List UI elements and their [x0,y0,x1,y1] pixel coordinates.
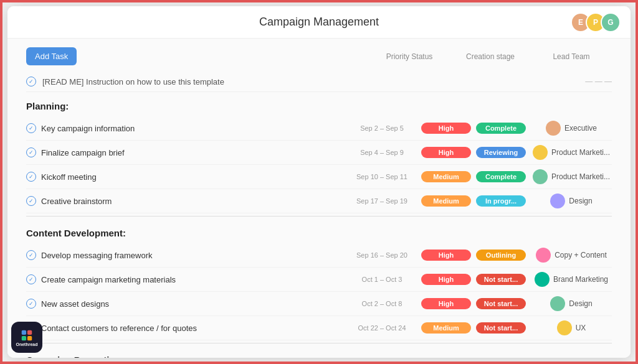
task-check[interactable] [26,196,36,206]
top-bar: Campaign Management E P G [7,6,631,39]
section-planning: Planning: Key campaign information Sep 2… [26,92,612,217]
task-name: Kickoff meeting [41,172,343,182]
main-content: Add Task Priority Status Creation stage … [7,39,631,358]
lead-team: Product Marketi... [531,169,612,184]
status-badge: Not start... [476,274,526,285]
task-name: Creative brainstorm [41,197,343,206]
read-me-row: [READ ME] Instruction on how to use this… [26,72,612,92]
task-row[interactable]: Key campaign information Sep 2 – Sep 5 H… [26,116,612,141]
sections-container: Planning: Key campaign information Sep 2… [26,92,612,358]
team-avatar [535,272,550,287]
section-divider [26,343,612,343]
section-divider [26,216,612,217]
team-avatar [533,169,548,184]
page-title: Campaign Management [259,16,379,29]
task-dates: Sep 2 – Sep 5 [348,124,416,132]
team-name: Copy + Content [555,251,607,259]
task-check[interactable] [26,299,36,309]
lead-team: UX [531,320,612,335]
team-name: Product Marketi... [551,172,610,181]
status-badge: Outlining [476,250,526,261]
status-badge: In progr... [476,195,526,207]
svg-rect-2 [22,335,26,340]
team-avatar [536,248,551,263]
task-dates: Sep 17 – Sep 19 [348,197,416,205]
team-avatar [550,194,565,208]
status-badge: Not start... [476,322,526,334]
lead-team: Executive [531,121,612,136]
priority-badge: High [421,298,471,309]
lead-team: Design [531,194,612,208]
priority-badge: High [421,274,471,285]
task-name: New asset designs [41,299,343,309]
team-avatar [557,320,572,335]
status-badge: Reviewing [476,147,526,158]
logo-label: Onethread [16,342,37,347]
toolbar: Add Task Priority Status Creation stage … [26,39,612,72]
task-name: Contact customers to reference / for quo… [41,324,343,333]
section-header: Campaign Promotion: [26,346,612,358]
task-check[interactable] [26,172,36,182]
task-row[interactable]: Create campaign marketing materials Oct … [26,268,612,292]
task-check[interactable] [26,250,36,260]
read-me-dashes: — — — [585,77,612,86]
read-me-text: [READ ME] Instruction on how to use this… [42,77,224,86]
priority-badge: Medium [421,195,471,207]
task-name: Key campaign information [41,124,343,133]
lead-team: Design [531,296,612,311]
task-row[interactable]: Creative brainstorm Sep 17 – Sep 19 Medi… [26,189,612,213]
task-row[interactable]: Contact customers to reference / for quo… [26,316,612,340]
task-dates: Sep 16 – Sep 20 [348,251,416,259]
app-window: Campaign Management E P G Add Task Prior… [7,6,631,358]
logo-icon [20,329,34,342]
task-dates: Sep 10 – Sep 11 [348,173,416,180]
task-name: Finalize campaign brief [41,148,343,157]
task-dates: Oct 1 – Oct 3 [348,276,416,283]
svg-rect-1 [27,330,32,334]
section-campaign-promo: Campaign Promotion: Draft social media p… [26,346,612,358]
team-avatar [550,296,565,311]
team-name: Executive [564,124,597,133]
check-icon [26,77,36,86]
team-name: Design [569,197,592,205]
task-dates: Sep 4 – Sep 9 [348,149,416,156]
priority-badge: Medium [421,171,471,182]
task-dates: Oct 22 – Oct 24 [348,324,416,332]
avatar-group: E P G [571,12,621,32]
section-header: Content Development: [26,219,612,243]
team-name: Product Marketi... [551,148,610,157]
col-header-team: Lead Team [531,52,612,61]
section-content-dev: Content Development: Develop messaging f… [26,219,612,343]
lead-team: Brand Marketing [531,272,612,287]
team-name: Design [569,299,592,308]
status-badge: Complete [476,171,526,182]
task-check[interactable] [26,147,36,157]
task-check[interactable] [26,123,36,133]
task-check[interactable] [26,274,36,284]
task-row[interactable]: Develop messaging framework Sep 16 – Sep… [26,243,612,268]
team-avatar [533,145,548,160]
priority-badge: High [421,250,471,261]
svg-rect-3 [27,335,32,340]
task-row[interactable]: Finalize campaign brief Sep 4 – Sep 9 Hi… [26,141,612,165]
col-header-stage: Creation stage [450,52,531,61]
task-row[interactable]: New asset designs Oct 2 – Oct 8 High Not… [26,292,612,316]
task-row[interactable]: Kickoff meeting Sep 10 – Sep 11 Medium C… [26,165,612,189]
add-task-button[interactable]: Add Task [26,47,77,65]
priority-badge: High [421,123,471,134]
lead-team: Product Marketi... [531,145,612,160]
team-avatar [546,121,561,136]
status-badge: Complete [476,123,526,134]
priority-badge: High [421,147,471,158]
team-name: Brand Marketing [553,275,608,284]
status-badge: Not start... [476,298,526,309]
task-name: Develop messaging framework [41,251,343,260]
column-headers: Priority Status Creation stage Lead Team [300,52,612,61]
avatar: G [601,12,621,32]
task-name: Create campaign marketing materials [41,275,343,284]
priority-badge: Medium [421,322,471,334]
logo: Onethread [11,322,42,353]
team-name: UX [576,324,586,332]
svg-rect-0 [22,330,26,334]
section-header: Planning: [26,92,612,116]
